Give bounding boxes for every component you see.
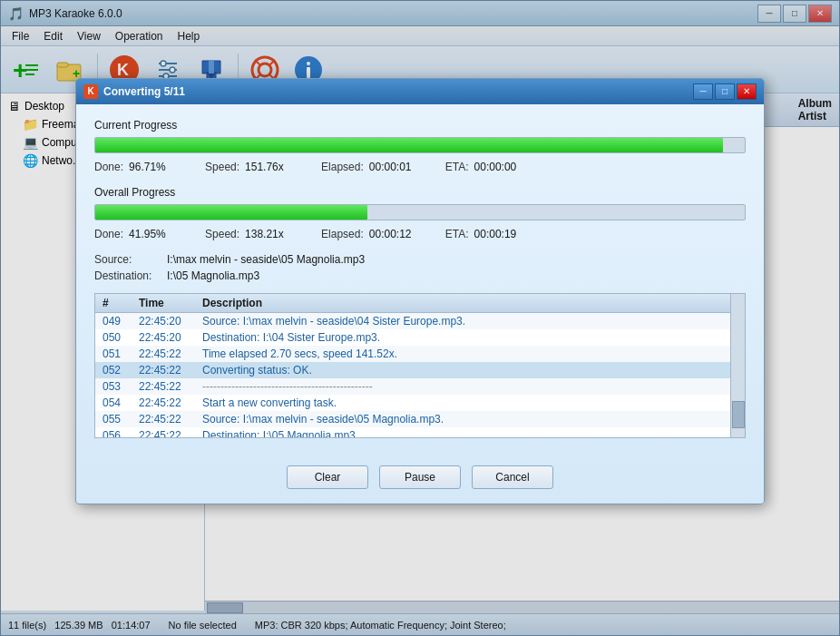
current-progress-bar-container <box>94 137 746 153</box>
overall-done: Done: 41.95% <box>94 228 183 240</box>
log-cell-num: 051 <box>95 346 132 362</box>
current-done: Done: 96.71% <box>94 161 183 173</box>
log-cell-time: 22:45:20 <box>132 329 195 346</box>
current-progress-stats: Done: 96.71% Speed: 151.76x Elapsed: 00:… <box>94 161 746 173</box>
log-cell-desc: Destination: I:\05 Magnolia.mp3. <box>195 427 745 438</box>
current-progress-bar <box>95 138 723 152</box>
modal-icon: K <box>83 84 98 99</box>
source-row: Source: I:\max melvin - seaside\05 Magno… <box>94 253 746 266</box>
overall-progress-label: Overall Progress <box>94 186 746 199</box>
modal-title-buttons: ─ □ ✕ <box>693 83 757 100</box>
log-table-container[interactable]: # Time Description 04922:45:20Source: I:… <box>94 293 746 438</box>
log-row: 05622:45:22Destination: I:\05 Magnolia.m… <box>95 427 745 438</box>
log-cell-desc: ----------------------------------------… <box>195 378 745 395</box>
current-speed: Speed: 151.76x <box>205 161 299 173</box>
overall-elapsed: Elapsed: 00:00:12 <box>321 228 424 240</box>
log-table-header-row: # Time Description <box>95 294 745 313</box>
log-col-num: # <box>95 294 132 313</box>
log-cell-desc: Source: I:\max melvin - seaside\04 Siste… <box>195 312 745 329</box>
modal-title-text: Converting 5/11 <box>103 85 693 98</box>
log-cell-num: 056 <box>95 427 132 438</box>
overall-eta: ETA: 00:00:19 <box>445 228 529 240</box>
log-cell-desc: Source: I:\max melvin - seaside\05 Magno… <box>195 411 745 427</box>
log-scrollbar-thumb[interactable] <box>732 401 745 428</box>
log-row: 05322:45:22-----------------------------… <box>95 378 745 395</box>
log-cell-time: 22:45:22 <box>132 427 195 438</box>
log-row: 05422:45:22Start a new converting task. <box>95 395 745 411</box>
destination-row: Destination: I:\05 Magnolia.mp3 <box>94 269 746 282</box>
log-col-time: Time <box>132 294 195 313</box>
modal-body: Current Progress Done: 96.71% Speed: 151… <box>76 104 764 465</box>
log-cell-time: 22:45:22 <box>132 411 195 427</box>
modal-footer: Clear Pause Cancel <box>76 465 764 504</box>
log-cell-desc: Converting status: OK. <box>195 362 745 378</box>
log-cell-num: 052 <box>95 362 132 378</box>
modal-close-button[interactable]: ✕ <box>737 83 757 100</box>
modal-maximize-button[interactable]: □ <box>715 83 735 100</box>
overall-progress-bar-container <box>94 204 746 220</box>
log-table: # Time Description 04922:45:20Source: I:… <box>95 294 745 438</box>
log-cell-time: 22:45:22 <box>132 346 195 362</box>
clear-button[interactable]: Clear <box>287 465 368 489</box>
overall-speed: Speed: 138.21x <box>205 228 299 240</box>
log-cell-num: 049 <box>95 312 132 329</box>
log-scrollbar[interactable] <box>730 294 745 437</box>
log-cell-num: 050 <box>95 329 132 346</box>
log-cell-num: 053 <box>95 378 132 395</box>
current-elapsed: Elapsed: 00:00:01 <box>321 161 424 173</box>
log-cell-desc: Start a new converting task. <box>195 395 745 411</box>
modal-overlay: K Converting 5/11 ─ □ ✕ Current Progress… <box>0 0 840 636</box>
overall-progress-stats: Done: 41.95% Speed: 138.21x Elapsed: 00:… <box>94 228 746 240</box>
log-row: 04922:45:20Source: I:\max melvin - seasi… <box>95 312 745 329</box>
log-col-desc: Description <box>195 294 745 313</box>
cancel-button[interactable]: Cancel <box>472 465 553 489</box>
log-row: 05522:45:22Source: I:\max melvin - seasi… <box>95 411 745 427</box>
modal-minimize-button[interactable]: ─ <box>693 83 713 100</box>
overall-progress-bar <box>95 205 367 220</box>
log-cell-time: 22:45:22 <box>132 378 195 395</box>
log-cell-desc: Destination: I:\04 Sister Europe.mp3. <box>195 329 745 346</box>
pause-button[interactable]: Pause <box>379 465 461 489</box>
log-cell-num: 055 <box>95 411 132 427</box>
log-cell-time: 22:45:20 <box>132 312 195 329</box>
current-eta: ETA: 00:00:00 <box>445 161 529 173</box>
log-table-body: 04922:45:20Source: I:\max melvin - seasi… <box>95 312 745 438</box>
log-cell-desc: Time elapsed 2.70 secs, speed 141.52x. <box>195 346 745 362</box>
log-row: 05122:45:22Time elapsed 2.70 secs, speed… <box>95 346 745 362</box>
log-cell-time: 22:45:22 <box>132 395 195 411</box>
log-row: 05222:45:22Converting status: OK. <box>95 362 745 378</box>
current-progress-label: Current Progress <box>94 119 746 132</box>
converting-dialog: K Converting 5/11 ─ □ ✕ Current Progress… <box>75 78 765 504</box>
source-dest-section: Source: I:\max melvin - seaside\05 Magno… <box>94 253 746 282</box>
modal-title-bar: K Converting 5/11 ─ □ ✕ <box>76 79 764 104</box>
log-row: 05022:45:20Destination: I:\04 Sister Eur… <box>95 329 745 346</box>
log-cell-num: 054 <box>95 395 132 411</box>
log-cell-time: 22:45:22 <box>132 362 195 378</box>
